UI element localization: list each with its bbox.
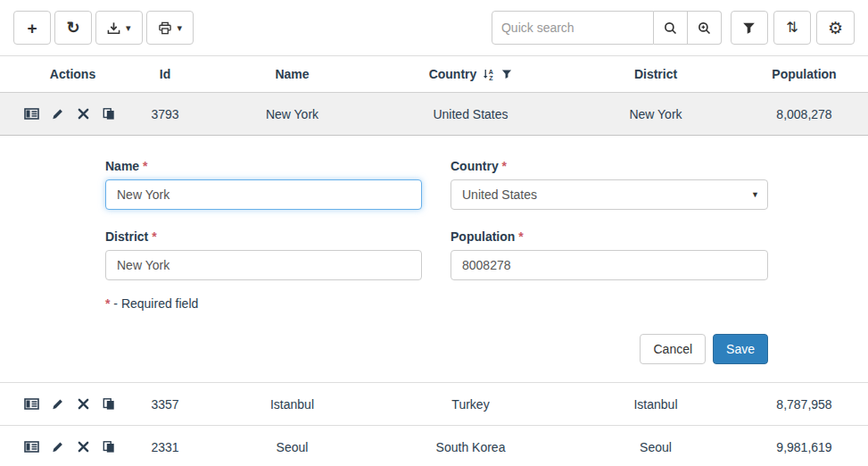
search-button[interactable]: [654, 11, 688, 45]
required-field-note-text: - Required field: [113, 296, 198, 311]
cell-country: United States: [370, 107, 571, 121]
cell-population: 9,981,619: [740, 440, 868, 454]
edit-button[interactable]: [51, 397, 65, 412]
delete-button[interactable]: [77, 397, 91, 412]
table-row[interactable]: 3357 Istanbul Turkey Istanbul 8,787,958: [0, 382, 868, 425]
population-field-label-text: Population: [451, 229, 515, 244]
cell-country: Turkey: [370, 397, 571, 412]
column-header-name[interactable]: Name: [214, 67, 370, 81]
cell-id: 2331: [116, 440, 214, 454]
column-header-country[interactable]: Country A Z: [370, 67, 571, 81]
edit-button[interactable]: [51, 107, 65, 121]
column-header-population[interactable]: Population: [740, 67, 868, 81]
x-icon: [78, 108, 89, 120]
cell-name: Seoul: [214, 440, 370, 454]
district-field-label-text: District: [105, 229, 148, 244]
details-button[interactable]: [24, 440, 39, 454]
toolbar: + ↻ ▾ ▾: [0, 0, 868, 56]
delete-button[interactable]: [77, 107, 91, 121]
form-buttons: Cancel Save: [105, 334, 768, 364]
cell-district: Istanbul: [571, 397, 740, 412]
advanced-search-button[interactable]: [688, 11, 722, 45]
column-header-district[interactable]: District: [571, 67, 740, 81]
cancel-button[interactable]: Cancel: [640, 334, 706, 364]
pencil-icon: [52, 440, 64, 454]
country-field-label-text: Country: [451, 159, 499, 173]
print-button[interactable]: ▾: [146, 11, 194, 45]
search-input[interactable]: [492, 11, 654, 45]
cell-population: 8,008,278: [740, 107, 868, 121]
inline-edit-form: Name * Country * United States ▼ Distric…: [0, 136, 868, 382]
duplicate-button[interactable]: [102, 107, 116, 121]
population-field[interactable]: [451, 250, 768, 280]
table-row[interactable]: 3793 New York United States New York 8,0…: [0, 93, 868, 136]
add-button[interactable]: +: [13, 11, 51, 45]
toolbar-right-group: ⇅ ⚙: [731, 11, 855, 45]
population-field-group: Population *: [451, 229, 768, 280]
name-field-label-text: Name: [105, 159, 139, 173]
pencil-icon: [52, 397, 64, 411]
required-asterisk: *: [105, 296, 110, 311]
print-icon: [158, 21, 172, 35]
district-field-group: District *: [105, 229, 422, 280]
cell-country: South Korea: [370, 440, 571, 454]
filter-button[interactable]: [731, 11, 768, 45]
country-field-label: Country *: [451, 159, 768, 173]
name-field[interactable]: [105, 179, 422, 210]
caret-down-icon: ▾: [126, 23, 131, 33]
form-grid: Name * Country * United States ▼ Distric…: [105, 159, 768, 300]
copy-icon: [103, 397, 115, 411]
delete-button[interactable]: [77, 440, 91, 454]
sort-arrows-icon: ⇅: [786, 21, 798, 35]
details-button[interactable]: [24, 397, 39, 412]
copy-icon: [103, 440, 115, 454]
duplicate-button[interactable]: [102, 397, 116, 412]
population-field-label: Population *: [451, 229, 768, 244]
column-header-actions: Actions: [13, 67, 116, 81]
save-button[interactable]: Save: [713, 334, 768, 364]
row-actions: [13, 440, 116, 454]
table-row[interactable]: 2331 Seoul South Korea Seoul 9,981,619: [0, 425, 868, 466]
required-asterisk: *: [143, 159, 147, 173]
required-asterisk: *: [152, 229, 156, 244]
table-header: Actions Id Name Country A Z District Pop…: [0, 56, 868, 93]
name-field-group: Name *: [105, 159, 422, 210]
duplicate-button[interactable]: [102, 440, 116, 454]
quick-search-group: [492, 11, 722, 45]
cell-district: New York: [571, 107, 740, 121]
detail-card-icon: [24, 440, 39, 454]
sort-alpha-asc-icon: A Z: [482, 68, 496, 81]
svg-text:Z: Z: [490, 75, 494, 81]
x-icon: [78, 398, 89, 410]
column-header-id[interactable]: Id: [116, 67, 214, 81]
required-asterisk: *: [502, 159, 507, 173]
edit-button[interactable]: [51, 440, 65, 454]
required-asterisk: *: [518, 229, 523, 244]
name-field-label: Name *: [105, 159, 422, 173]
details-button[interactable]: [24, 107, 39, 121]
filter-icon: [742, 21, 756, 35]
search-icon: [664, 21, 677, 35]
cell-id: 3793: [116, 107, 214, 121]
export-button[interactable]: ▾: [95, 11, 143, 45]
cell-name: Istanbul: [214, 397, 370, 412]
caret-down-icon: ▾: [178, 23, 183, 33]
row-actions: [13, 397, 116, 412]
cell-population: 8,787,958: [740, 397, 868, 412]
row-actions: [13, 107, 116, 121]
plus-icon: +: [27, 20, 37, 37]
pencil-icon: [52, 107, 64, 121]
column-header-country-label: Country: [429, 67, 477, 81]
country-field-group: Country * United States ▼: [451, 159, 768, 210]
column-filter-icon[interactable]: [501, 69, 512, 79]
country-select[interactable]: United States ▼: [451, 179, 768, 210]
sort-button[interactable]: ⇅: [773, 11, 811, 45]
district-field[interactable]: [105, 250, 422, 280]
country-select-value: United States: [462, 187, 537, 202]
copy-icon: [103, 107, 115, 121]
chevron-down-icon: ▼: [751, 191, 759, 199]
download-icon: [107, 21, 120, 35]
refresh-button[interactable]: ↻: [54, 11, 92, 45]
settings-button[interactable]: ⚙: [816, 11, 855, 45]
cell-id: 3357: [116, 397, 214, 412]
